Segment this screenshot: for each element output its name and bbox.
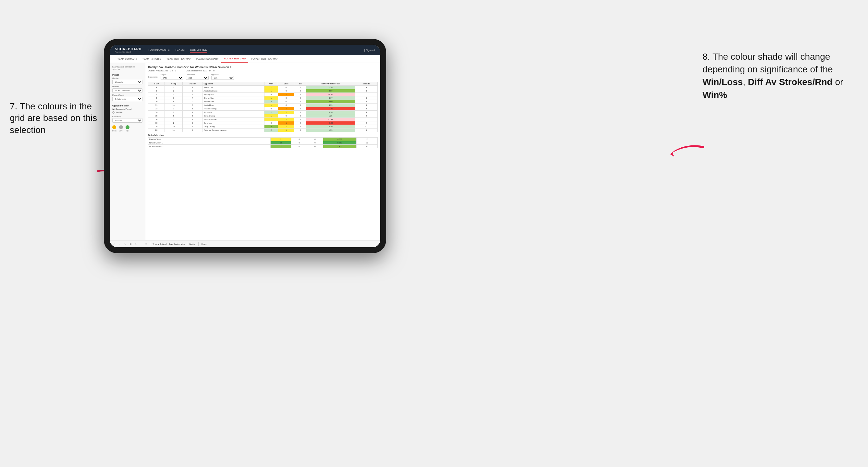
out-of-division-header: Out of division (148, 134, 378, 136)
redo-button[interactable]: ↪ (123, 242, 127, 245)
toolbar-separator3 (198, 242, 198, 246)
save-custom-view-button[interactable]: Save Custom View (169, 243, 185, 245)
col-div: # Div (148, 82, 165, 86)
gender-label: Gender (112, 77, 143, 79)
division-select[interactable]: NCAA Division III (112, 88, 143, 93)
legend-up: Up (126, 125, 129, 132)
colour-legend: Down Level Up (112, 125, 143, 132)
out-of-division-table: Foreign Team 1 0 0 4.500 2 NAIA Division… (148, 137, 378, 148)
view-icon: 👁 (152, 243, 154, 245)
watch-button[interactable]: Watch ▾ (189, 243, 196, 245)
logo-text: SCOREBOARD (115, 48, 142, 51)
sub-navigation: TEAM SUMMARY TEAM H2H GRID TEAM H2H HEAT… (110, 55, 380, 63)
view-original-button[interactable]: 👁 View: Original (152, 243, 167, 245)
player-label: Player (112, 74, 143, 76)
subnav-player-summary[interactable]: PLAYER SUMMARY (194, 55, 221, 63)
table-row: 10 6 3 Andrea York 2 0 0 4.00 4 (148, 100, 378, 103)
nav-items: TOURNAMENTS TEAMS COMMITTEE (148, 48, 364, 53)
table-row: 9 1 4 Sharon Mun 1 0 0 3.67 3 (148, 96, 378, 100)
opponent-select[interactable]: (All) (211, 76, 234, 80)
opponents-label: Opponents: (148, 76, 158, 78)
nav-right[interactable]: | Sign out (364, 49, 375, 52)
table-row: 15 8 5 Stella Cheng 1 0 0 1.25 4 (148, 114, 378, 118)
share-button[interactable]: Share (200, 243, 208, 245)
table-row: NAIA Division 1 15 0 0 9.267 30 (148, 141, 378, 145)
logo-sub: Powered by clippd (115, 51, 142, 53)
legend-dot-up (126, 125, 129, 129)
main-content: Last Updated: 27/03/2024 16:55:38 Player… (110, 63, 380, 240)
table-row: 19 10 6 Emily Chang 4 1 0 0.30 11 (148, 125, 378, 128)
subnav-team-h2h-grid[interactable]: TEAM H2H GRID (140, 55, 164, 63)
grid-records: Overall Record: 353 - 34 - 6 Division Re… (148, 69, 378, 72)
table-row: 16 1 1 Jessica Mason 1 2 0 -0.94 (148, 118, 378, 121)
h2h-table: # Div # Reg # Conf Opponent Win Loss Tie… (148, 82, 378, 132)
radio-opponents-played[interactable]: Opponents Played (112, 108, 143, 110)
arrow-right-icon (665, 141, 707, 161)
player-rank-select[interactable]: 8. Katelyn Vo (112, 97, 143, 101)
toolbar-separator2 (187, 242, 187, 246)
opponent-view-radios: Opponents Played Top 100 (112, 108, 143, 114)
undo-button[interactable]: ↩ (112, 242, 116, 245)
logo-area: SCOREBOARD Powered by clippd (115, 48, 142, 53)
dot-button[interactable]: · (140, 243, 143, 245)
filters-row: Opponents: Region (All) Conference (All) (148, 74, 378, 80)
top-navigation: SCOREBOARD Powered by clippd TOURNAMENTS… (110, 45, 380, 55)
col-rounds: Rounds (355, 82, 378, 86)
gender-select[interactable]: Women's (112, 80, 143, 84)
undo2-button[interactable]: ↩ (118, 242, 121, 245)
table-row: 3 1 1 Esther Lee 1 0 1 1.50 4 (148, 86, 378, 89)
division-label: Division (112, 86, 143, 88)
table-row: 13 1 1 Jessica Huang 0 1 0 -3.00 2 (148, 107, 378, 111)
col-reg: # Reg (164, 82, 183, 86)
refresh-button[interactable]: ⟳ (145, 242, 148, 245)
legend-dot-level (119, 125, 123, 129)
radio-dot-opponents (112, 108, 115, 110)
tablet-device: SCOREBOARD Powered by clippd TOURNAMENTS… (104, 39, 386, 253)
table-row: NCAA Division 2 5 0 0 7.400 10 (148, 145, 378, 148)
bottom-toolbar: ↩ ↩ ↪ ⊞ ✂ · ⟳ 👁 View: Original Save Cust… (110, 240, 380, 247)
conference-filter: Conference (All) (186, 74, 209, 80)
table-row: 5 2 2 Alexis Sudjianto 1 0 0 4.00 3 (148, 89, 378, 93)
nav-committee[interactable]: COMMITTEE (190, 48, 207, 53)
subnav-team-h2h-heatmap[interactable]: TEAM H2H HEATMAP (164, 55, 193, 63)
legend-down: Down (112, 125, 117, 132)
player-rank-label: Player (Rank) (112, 94, 143, 96)
annotation-right: 8. The colour shade will change dependin… (703, 50, 852, 101)
nav-teams[interactable]: TEAMS (175, 48, 185, 53)
right-content: Katelyn Vo Head-to-Head Grid for Women's… (145, 63, 380, 240)
colour-by-label: Colour by (112, 116, 143, 118)
table-row: 11 11 5 Heejo Hyun 1 0 0 3.33 3 (148, 103, 378, 107)
table-row: Foreign Team 1 0 0 4.500 2 (148, 137, 378, 141)
toolbar-separator (150, 242, 150, 246)
table-row: 6 3 3 Sydney Kuo 0 1 0 -1.00 (148, 93, 378, 96)
subnav-team-summary[interactable]: TEAM SUMMARY (115, 55, 140, 63)
col-opponent: Opponent (203, 82, 264, 86)
subnav-player-h2h-heatmap[interactable]: PLAYER H2H HEATMAP (248, 55, 281, 63)
annotation-left: 7. The colours in the grid are based on … (10, 101, 101, 136)
colour-by-select[interactable]: Win/loss (112, 118, 143, 123)
table-row: 18 2 2 Euna Lee 0 1 0 -5.00 2 (148, 121, 378, 125)
grid-title: Katelyn Vo Head-to-Head Grid for Women's… (148, 66, 378, 69)
col-conf: # Conf (183, 82, 203, 86)
col-win: Win (264, 82, 278, 86)
legend-dot-down (112, 125, 116, 129)
grid-button[interactable]: ⊞ (129, 242, 132, 245)
conference-select[interactable]: (All) (186, 76, 209, 80)
radio-top100[interactable]: Top 100 (112, 111, 143, 114)
table-row: 14 7 4 Eunice Yi 2 2 0 0.38 9 (148, 111, 378, 114)
subnav-player-h2h-grid[interactable]: PLAYER H2H GRID (221, 55, 249, 63)
opponent-filter: Opponent (All) (211, 74, 234, 80)
region-filter: Region (All) (161, 74, 183, 80)
radio-dot-top100 (112, 111, 115, 114)
overall-record-label: Overall Record: 353 - 34 - 6 (148, 69, 176, 72)
col-loss: Loss (278, 82, 294, 86)
left-panel: Last Updated: 27/03/2024 16:55:38 Player… (110, 63, 145, 240)
tablet-screen: SCOREBOARD Powered by clippd TOURNAMENTS… (110, 45, 380, 247)
opponent-view-label: Opponent view (112, 104, 143, 107)
region-select[interactable]: (All) (161, 76, 183, 80)
last-updated: Last Updated: 27/03/2024 16:55:38 (112, 66, 143, 71)
nav-tournaments[interactable]: TOURNAMENTS (148, 48, 170, 53)
legend-level: Level (119, 125, 123, 132)
scissors-button[interactable]: ✂ (134, 242, 138, 245)
col-diff: Diff Av Strokes/Rnd (306, 82, 355, 86)
